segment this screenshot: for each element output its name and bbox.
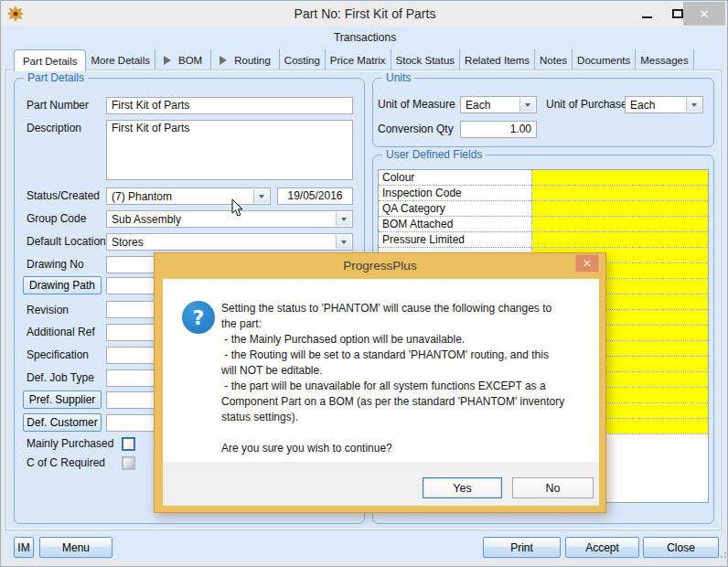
unit-of-measure-combobox[interactable]: Each (460, 96, 537, 113)
tab-costing[interactable]: Costing (280, 49, 326, 70)
print-button[interactable]: Print (483, 537, 561, 558)
drawing-path-button[interactable]: Drawing Path (23, 276, 102, 294)
dialog-title: ProgressPlus (155, 253, 605, 279)
c-of-c-required-label: C of C Required (27, 455, 105, 472)
tab-notes[interactable]: Notes (535, 49, 573, 70)
status-combobox[interactable]: (7) Phantom (106, 187, 271, 205)
resize-grip[interactable] (718, 550, 727, 559)
description-label: Description (27, 120, 81, 137)
chevron-down-icon (525, 103, 530, 107)
tab-more-details[interactable]: More Details (86, 49, 155, 70)
play-icon (219, 56, 227, 65)
unit-of-purchase-label: Unit of Purchase (546, 96, 627, 113)
drawing-no-label: Drawing No (27, 256, 84, 273)
udf-row: Inspection Code (379, 186, 708, 201)
udf-field-value[interactable] (532, 186, 708, 200)
udf-row: Colour (379, 170, 708, 186)
menu-button[interactable]: Menu (39, 537, 112, 558)
udf-row: QA Category (379, 201, 708, 217)
part-number-label: Part Number (27, 97, 89, 114)
additional-ref-label: Additional Ref (27, 324, 95, 341)
conversion-qty-label: Conversion Qty (378, 121, 454, 138)
udf-field-value[interactable] (532, 201, 708, 216)
chevron-down-icon (341, 218, 347, 221)
mouse-cursor (231, 198, 244, 218)
c-of-c-required-checkbox (122, 456, 135, 470)
question-icon: ? (182, 301, 215, 334)
default-location-combobox[interactable]: Stores (106, 233, 353, 251)
chevron-down-icon (259, 195, 264, 198)
def-job-type-label: Def. Job Type (27, 369, 94, 387)
mainly-purchased-checkbox[interactable] (122, 437, 135, 451)
im-button[interactable]: IM (14, 537, 34, 558)
no-button[interactable]: No (512, 477, 594, 498)
tab-documents[interactable]: Documents (573, 49, 636, 70)
maximize-icon (672, 9, 683, 18)
app-window: Part No: First Kit of Parts ✕ Transactio… (0, 0, 728, 567)
status-created-label: Status/Created (27, 187, 100, 205)
dropdown-button[interactable] (519, 98, 535, 112)
close-icon: ✕ (700, 7, 710, 21)
udf-row: BOM Attached (379, 217, 708, 232)
udf-row: Pressure Limited (379, 232, 708, 248)
tab-strip: Part Details More Details BOM Routing Co… (14, 49, 694, 70)
dialog-content: ? Setting the status to 'PHANTOM' will c… (163, 279, 599, 462)
dropdown-button[interactable] (686, 98, 701, 112)
tab-price-matrix[interactable]: Price Matrix (326, 49, 391, 70)
minimize-button[interactable] (635, 1, 658, 26)
dialog-close-button[interactable]: ✕ (575, 254, 599, 273)
play-icon (164, 56, 171, 65)
description-input[interactable]: First Kit of Parts (106, 120, 353, 180)
mainly-purchased-label: Mainly Purchased (27, 435, 113, 453)
window-bottom-edge (1, 561, 728, 567)
udf-field-value[interactable] (532, 170, 708, 185)
chevron-down-icon (341, 241, 347, 244)
close-icon: ✕ (583, 257, 592, 270)
udf-field-value[interactable] (532, 217, 708, 231)
udf-field-name: Colour (379, 170, 532, 185)
unit-of-purchase-combobox[interactable]: Each (625, 96, 703, 113)
part-details-group-label: Part Details (24, 71, 88, 84)
minimize-icon (642, 16, 652, 18)
close-window-button[interactable]: ✕ (683, 2, 725, 26)
tab-related-items[interactable]: Related Items (460, 49, 535, 70)
tab-messages[interactable]: Messages (636, 49, 693, 70)
udf-field-name: Inspection Code (379, 186, 532, 200)
udf-field-value[interactable] (532, 232, 708, 247)
title-bar: Part No: First Kit of Parts ✕ (1, 1, 728, 27)
progressplus-dialog: ProgressPlus ✕ ? Setting the status to '… (154, 252, 606, 513)
def-customer-button[interactable]: Def. Customer (23, 413, 102, 432)
dropdown-button[interactable] (336, 235, 351, 249)
chevron-down-icon (691, 103, 697, 107)
udf-field-name: QA Category (379, 201, 532, 216)
yes-button[interactable]: Yes (423, 477, 502, 498)
udf-group-label: User Defined Fields (382, 148, 486, 161)
transactions-header: Transactions (1, 31, 728, 44)
conversion-qty-input[interactable]: 1.00 (460, 121, 537, 138)
created-date-input[interactable]: 19/05/2016 (277, 187, 353, 205)
revision-label: Revision (27, 302, 69, 319)
specification-label: Specification (27, 347, 89, 364)
tab-bom[interactable]: BOM (155, 49, 211, 70)
udf-field-name: BOM Attached (379, 217, 532, 231)
units-group-label: Units (382, 71, 414, 84)
dropdown-button[interactable] (336, 212, 351, 226)
dialog-footer: Yes No (163, 462, 599, 506)
pref-supplier-button[interactable]: Pref. Supplier (23, 390, 102, 409)
dropdown-button[interactable] (253, 189, 269, 203)
unit-of-measure-label: Unit of Measure (378, 96, 455, 113)
udf-field-name: Pressure Limited (379, 232, 532, 247)
group-code-label: Group Code (27, 210, 86, 228)
default-location-label: Default Location (27, 233, 106, 251)
group-code-combobox[interactable]: Sub Assembly (106, 210, 353, 228)
dialog-message: Setting the status to 'PHANTOM' will cau… (221, 301, 595, 456)
window-title: Part No: First Kit of Parts (1, 1, 728, 27)
sunflower-app-icon (8, 6, 23, 21)
tab-stock-status[interactable]: Stock Status (391, 49, 461, 70)
tab-routing[interactable]: Routing (211, 49, 280, 70)
close-button[interactable]: Close (643, 537, 719, 558)
part-number-input[interactable]: First Kit of Parts (106, 97, 353, 114)
tab-part-details[interactable]: Part Details (14, 49, 86, 71)
accept-button[interactable]: Accept (565, 537, 639, 558)
